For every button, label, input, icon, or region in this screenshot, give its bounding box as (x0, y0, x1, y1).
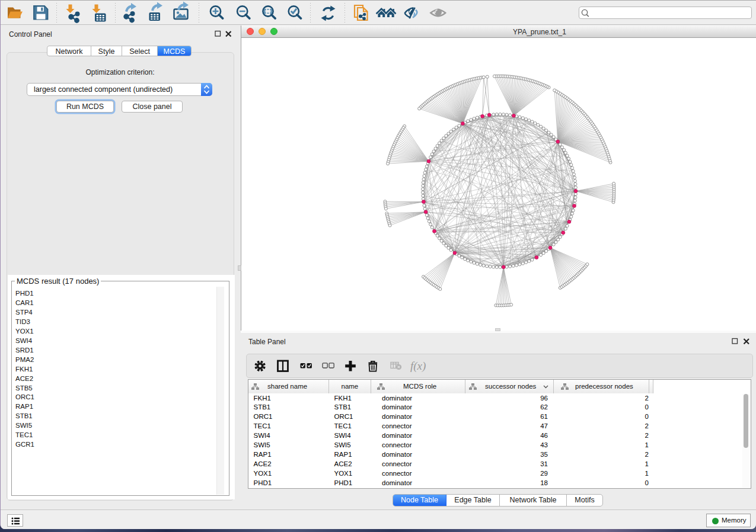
svg-text:f(x): f(x) (410, 360, 426, 373)
